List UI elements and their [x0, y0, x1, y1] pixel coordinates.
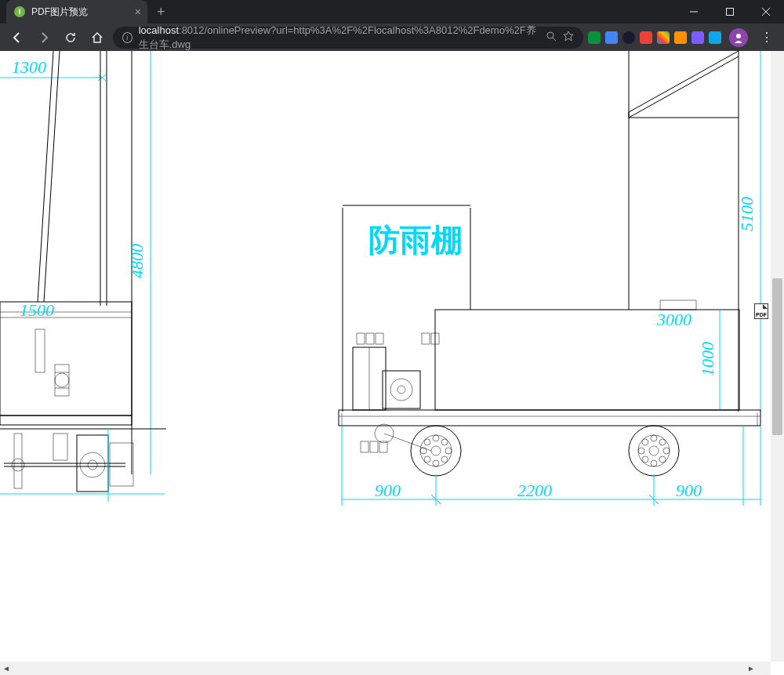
extension-icon[interactable]: [640, 31, 652, 44]
dimension-1500: 1500: [20, 300, 54, 320]
svg-point-77: [445, 448, 452, 454]
pdf-badge-icon[interactable]: PDF: [754, 303, 768, 319]
svg-point-86: [651, 460, 657, 466]
extension-icon[interactable]: [674, 31, 687, 44]
reload-button[interactable]: [60, 27, 82, 49]
zoom-icon[interactable]: [546, 31, 557, 44]
svg-rect-49: [660, 300, 696, 310]
extension-icon[interactable]: [605, 31, 618, 44]
svg-point-21: [55, 373, 69, 387]
svg-point-82: [629, 426, 679, 476]
svg-point-60: [390, 379, 412, 401]
maximize-button[interactable]: [712, 0, 748, 24]
svg-rect-55: [422, 333, 430, 344]
extension-icon[interactable]: [622, 31, 635, 44]
svg-rect-59: [383, 371, 420, 408]
dimension-4800: 4800: [127, 51, 151, 474]
window-controls: [676, 0, 784, 24]
svg-point-87: [638, 448, 644, 454]
svg-point-78: [424, 439, 430, 445]
svg-rect-52: [357, 333, 365, 344]
browser-toolbar: i localhost:8012/onlinePreview?url=http%…: [0, 24, 784, 51]
svg-text:2200: 2200: [517, 481, 552, 500]
browser-tab[interactable]: PDF图片预览 ×: [6, 0, 147, 24]
svg-rect-30: [53, 434, 67, 460]
extension-icon[interactable]: [691, 31, 704, 44]
svg-text:5100: 5100: [737, 197, 757, 231]
close-window-button[interactable]: [748, 0, 784, 24]
extension-icon[interactable]: [657, 31, 670, 44]
svg-text:1000: 1000: [698, 342, 717, 376]
svg-rect-54: [376, 333, 383, 344]
extension-icons: [588, 31, 721, 44]
vertical-scrollbar-thumb[interactable]: [772, 278, 782, 435]
svg-point-4: [547, 32, 554, 38]
scroll-left-arrow-icon[interactable]: ◄: [2, 664, 10, 673]
svg-rect-69: [370, 441, 378, 452]
minimize-button[interactable]: [676, 0, 712, 24]
svg-rect-20: [55, 365, 69, 396]
dimension-1000: 1000: [698, 310, 720, 410]
home-button[interactable]: [86, 27, 108, 49]
cad-drawing: 1300 4800 1500 5100: [0, 51, 784, 675]
cad-wheel: [411, 426, 461, 476]
svg-point-6: [736, 34, 741, 38]
svg-point-29: [12, 459, 24, 471]
dimension-group-bottom: 900 2200 900: [342, 426, 760, 506]
svg-line-40: [629, 56, 739, 118]
site-info-icon[interactable]: i: [122, 32, 132, 43]
horizontal-scrollbar[interactable]: ◄ ►: [0, 662, 771, 675]
svg-line-39: [629, 51, 739, 112]
svg-line-5: [553, 38, 556, 41]
svg-point-33: [88, 460, 97, 470]
svg-point-92: [642, 456, 648, 463]
extension-icon[interactable]: [588, 31, 601, 44]
scroll-right-arrow-icon[interactable]: ►: [747, 664, 755, 673]
window-titlebar: PDF图片预览 × +: [0, 0, 784, 24]
svg-point-61: [397, 386, 405, 394]
svg-rect-53: [366, 333, 374, 344]
svg-point-90: [659, 456, 666, 463]
svg-rect-48: [435, 310, 739, 410]
bookmark-star-icon[interactable]: [563, 31, 574, 44]
svg-point-73: [431, 446, 441, 455]
svg-line-10: [44, 51, 60, 302]
drawing-title-label: 防雨棚: [368, 223, 463, 258]
vertical-scrollbar[interactable]: [771, 51, 784, 662]
extension-icon[interactable]: [709, 31, 721, 44]
url-text: localhost:8012/onlinePreview?url=http%3A…: [139, 24, 539, 52]
dimension-3000: 3000: [656, 310, 691, 329]
svg-point-91: [659, 439, 666, 445]
new-tab-button[interactable]: +: [157, 4, 165, 20]
svg-point-74: [433, 435, 439, 441]
svg-rect-1: [727, 9, 734, 16]
svg-text:4800: 4800: [127, 244, 147, 278]
svg-rect-24: [0, 416, 132, 425]
svg-point-32: [80, 452, 105, 477]
svg-point-75: [433, 460, 439, 466]
svg-point-89: [642, 439, 648, 445]
svg-text:900: 900: [375, 481, 401, 500]
svg-text:900: 900: [676, 481, 702, 500]
svg-rect-62: [339, 410, 760, 426]
back-button[interactable]: [6, 27, 28, 49]
tab-favicon: [14, 6, 25, 17]
svg-point-88: [663, 448, 670, 454]
tab-title: PDF图片预览: [31, 5, 129, 19]
browser-menu-button[interactable]: ⋮: [756, 30, 778, 45]
svg-point-80: [441, 439, 448, 445]
svg-rect-34: [110, 443, 133, 486]
svg-rect-28: [14, 434, 22, 488]
forward-button[interactable]: [33, 27, 55, 49]
drawing-viewport[interactable]: 1300 4800 1500 5100: [0, 51, 784, 675]
svg-point-71: [411, 426, 461, 476]
svg-point-85: [651, 435, 657, 441]
svg-rect-19: [35, 329, 45, 372]
svg-point-79: [441, 456, 448, 463]
dimension-5100: 5100: [737, 51, 760, 412]
svg-point-81: [424, 456, 430, 463]
profile-avatar[interactable]: [729, 28, 748, 47]
tab-close-button[interactable]: ×: [135, 5, 141, 18]
svg-point-84: [649, 446, 659, 455]
address-bar[interactable]: i localhost:8012/onlinePreview?url=http%…: [113, 27, 583, 49]
